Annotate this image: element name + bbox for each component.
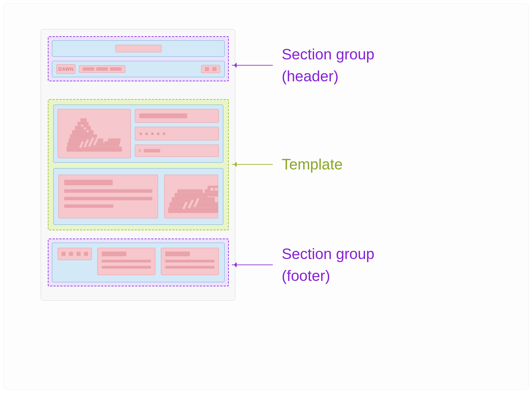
- content-text-block: [58, 175, 158, 218]
- star-icon: ★: [162, 131, 166, 136]
- callout-header: Section group (header): [232, 43, 375, 87]
- heading-placeholder: [102, 252, 126, 256]
- text-line-placeholder: [64, 204, 113, 208]
- social-icon-placeholder: [69, 252, 73, 256]
- svg-rect-9: [108, 138, 121, 141]
- header-icon-placeholder: [205, 67, 209, 71]
- text-placeholder: [139, 113, 187, 118]
- svg-rect-19: [172, 197, 215, 202]
- star-icon: ★: [139, 131, 143, 136]
- product-price-block: S: [135, 145, 219, 157]
- text-placeholder: [144, 149, 160, 152]
- shoe-icon: [58, 109, 130, 158]
- shoe-icon: [165, 175, 218, 218]
- text-line-placeholder: [64, 197, 152, 200]
- product-section: ★ ★ ★ ★ ★ S: [53, 105, 223, 163]
- section-group-header: DAWN: [48, 36, 229, 81]
- announcement-bar-section: [52, 40, 225, 57]
- svg-rect-8: [104, 141, 120, 144]
- page-frame: DAWN: [41, 29, 235, 301]
- social-icon-placeholder: [76, 252, 81, 256]
- header-icons-block: [201, 65, 220, 73]
- menu-item-placeholder: [110, 67, 122, 71]
- svg-rect-4: [72, 130, 94, 134]
- header-icon-placeholder: [212, 67, 216, 71]
- footer-column-block: [97, 248, 155, 275]
- social-icon-placeholder: [61, 252, 66, 256]
- footer-column-block: [161, 248, 219, 275]
- text-line-placeholder: [102, 260, 151, 262]
- svg-rect-17: [168, 207, 218, 213]
- arrow-left-icon: [232, 265, 273, 265]
- callout-footer: Section group (footer): [232, 243, 375, 287]
- callout-template-label: Template: [282, 153, 343, 175]
- callout-header-label: Section group (header): [282, 43, 375, 87]
- product-info-column: ★ ★ ★ ★ ★ S: [135, 109, 219, 158]
- svg-rect-7: [80, 118, 86, 122]
- price-prefix: S: [139, 149, 141, 153]
- svg-rect-29: [215, 188, 218, 191]
- star-icon: ★: [156, 131, 160, 136]
- menu-item-placeholder: [83, 67, 94, 71]
- menu-item-placeholder: [96, 67, 108, 71]
- star-icon: ★: [150, 131, 155, 136]
- svg-rect-21: [178, 189, 203, 193]
- template-group: ★ ★ ★ ★ ★ S: [48, 99, 229, 230]
- content-section: [53, 168, 223, 225]
- svg-rect-28: [210, 188, 213, 191]
- star-icon: ★: [144, 131, 149, 136]
- heading-placeholder: [64, 180, 113, 185]
- svg-rect-16: [87, 130, 89, 132]
- product-title-block: [135, 109, 219, 123]
- content-image-block: [164, 175, 218, 218]
- social-icon-placeholder: [84, 252, 88, 256]
- section-group-footer: [48, 239, 229, 286]
- arrow-left-icon: [232, 164, 273, 165]
- text-line-placeholder: [102, 266, 151, 269]
- diagram-canvas: DAWN: [3, 3, 529, 390]
- footer-section: [52, 243, 225, 282]
- text-line-placeholder: [64, 189, 152, 193]
- svg-rect-22: [200, 193, 218, 197]
- logo-block: DAWN: [56, 64, 75, 74]
- product-image-block: [58, 109, 131, 158]
- callout-template: Template: [232, 153, 343, 175]
- menu-block: [79, 65, 125, 73]
- text-line-placeholder: [165, 266, 214, 269]
- announcement-text-block: [115, 45, 162, 52]
- social-icons-block: [58, 248, 92, 260]
- svg-rect-18: [170, 202, 218, 207]
- header-nav-section: DAWN: [52, 61, 225, 77]
- heading-placeholder: [165, 252, 190, 256]
- callout-footer-label: Section group (footer): [282, 243, 375, 287]
- text-line-placeholder: [165, 260, 214, 262]
- arrow-left-icon: [232, 65, 273, 66]
- svg-rect-14: [81, 125, 83, 127]
- svg-rect-15: [84, 127, 86, 130]
- product-rating-block: ★ ★ ★ ★ ★: [135, 127, 219, 140]
- svg-rect-0: [67, 147, 122, 152]
